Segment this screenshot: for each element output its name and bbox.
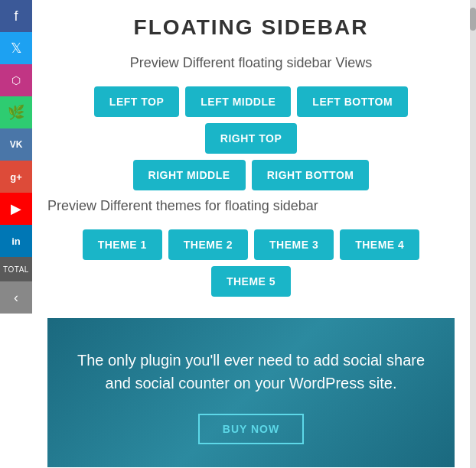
- google-plus-icon: g+: [10, 171, 22, 183]
- scrollbar-thumb[interactable]: [470, 8, 476, 31]
- left-social-sidebar: f 𝕏 ⬡ 🌿 VK g+ ▶ in Total ‹: [0, 0, 32, 314]
- leaf-button[interactable]: 🌿: [0, 96, 32, 128]
- right-middle-button[interactable]: RIGHT MIDDLE: [133, 160, 246, 190]
- themes-section: Preview Different themes for floating si…: [47, 198, 455, 297]
- facebook-icon: f: [14, 8, 18, 24]
- theme-buttons-row: THEME 1 THEME 2 THEME 3 THEME 4 THEME 5: [47, 229, 455, 297]
- twitter-button[interactable]: 𝕏: [0, 32, 32, 64]
- page-title: FLOATING SIDEBAR: [47, 15, 455, 40]
- theme5-button[interactable]: THEME 5: [211, 266, 291, 297]
- buy-now-button[interactable]: BUY NOW: [198, 414, 304, 444]
- linkedin-icon: in: [11, 236, 21, 247]
- vk-icon: VK: [10, 139, 23, 150]
- instagram-icon: ⬡: [11, 74, 21, 86]
- arrow-left-icon: ‹: [14, 290, 18, 306]
- instagram-button[interactable]: ⬡: [0, 64, 32, 96]
- themes-subtitle: Preview Different themes for floating si…: [47, 198, 455, 214]
- youtube-button[interactable]: ▶: [0, 193, 32, 225]
- right-top-button[interactable]: RIGHT TOP: [205, 123, 297, 154]
- vk-button[interactable]: VK: [0, 128, 32, 161]
- left-bottom-button[interactable]: LEFT BOTTOM: [297, 86, 408, 117]
- facebook-button[interactable]: f: [0, 0, 32, 32]
- bottom-description: The only plugin you'll ever need to add …: [63, 349, 439, 395]
- left-top-button[interactable]: LEFT TOP: [94, 86, 179, 117]
- scrollbar[interactable]: [470, 0, 476, 468]
- leaf-icon: 🌿: [8, 104, 24, 121]
- theme3-button[interactable]: THEME 3: [254, 229, 334, 260]
- right-bottom-button[interactable]: RIGHT BOTTOM: [252, 160, 370, 190]
- theme4-button[interactable]: THEME 4: [340, 229, 419, 260]
- total-text: Total: [3, 265, 29, 274]
- collapse-button[interactable]: ‹: [0, 281, 32, 314]
- main-content: FLOATING SIDEBAR Preview Different float…: [32, 0, 470, 467]
- view-buttons-row2: RIGHT MIDDLE RIGHT BOTTOM: [47, 160, 455, 190]
- top-section: FLOATING SIDEBAR Preview Different float…: [47, 0, 455, 318]
- linkedin-button[interactable]: in: [0, 225, 32, 257]
- google-plus-button[interactable]: g+: [0, 161, 32, 193]
- view-buttons-row1: LEFT TOP LEFT MIDDLE LEFT BOTTOM RIGHT T…: [47, 86, 455, 154]
- theme1-button[interactable]: THEME 1: [83, 229, 162, 260]
- total-label: Total: [0, 257, 32, 281]
- views-subtitle: Preview Different floating sidebar Views: [47, 55, 455, 71]
- left-middle-button[interactable]: LEFT MIDDLE: [185, 86, 291, 117]
- twitter-icon: 𝕏: [11, 40, 22, 57]
- theme2-button[interactable]: THEME 2: [168, 229, 248, 260]
- bottom-section: The only plugin you'll ever need to add …: [47, 318, 455, 467]
- youtube-icon: ▶: [11, 200, 21, 217]
